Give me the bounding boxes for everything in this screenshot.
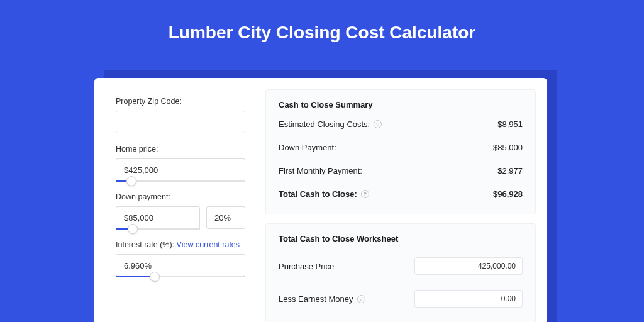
help-icon[interactable]: ?	[361, 190, 369, 198]
results-panel: Cash to Close Summary Estimated Closing …	[265, 89, 536, 322]
down-payment-slider[interactable]	[116, 206, 200, 229]
worksheet-row-label: Purchase Price	[279, 262, 334, 271]
worksheet-row: Total Mortgage Loan Amount	[279, 319, 523, 322]
interest-rate-label: Interest rate (%): View current rates	[116, 240, 245, 249]
summary-row: First Monthly Payment:$2,977	[279, 166, 523, 189]
worksheet-panel: Total Cash to Close Worksheet Purchase P…	[265, 223, 536, 322]
summary-row: Total Cash to Close:?$96,928	[279, 189, 523, 213]
summary-row-value: $2,977	[497, 166, 523, 175]
down-payment-label: Down payment:	[116, 192, 245, 201]
summary-row-label: Estimated Closing Costs:	[279, 119, 370, 129]
worksheet-row: Less Earnest Money?	[279, 286, 523, 319]
home-price-field: Home price:	[116, 145, 245, 181]
home-price-slider[interactable]	[116, 158, 245, 181]
home-price-label: Home price:	[116, 145, 245, 153]
summary-row-label: Down Payment:	[279, 143, 336, 152]
slider-thumb[interactable]	[128, 224, 138, 234]
interest-rate-slider[interactable]	[116, 254, 245, 277]
summary-row: Estimated Closing Costs:?$8,951	[279, 119, 523, 143]
zip-input[interactable]	[116, 111, 245, 133]
interest-rate-field: Interest rate (%): View current rates	[116, 240, 245, 277]
interest-rate-label-text: Interest rate (%):	[116, 240, 177, 249]
summary-row-value: $85,000	[493, 143, 523, 152]
help-icon[interactable]: ?	[374, 120, 382, 128]
summary-row: Down Payment:$85,000	[279, 143, 523, 166]
help-icon[interactable]: ?	[357, 295, 365, 303]
summary-row-label: First Monthly Payment:	[279, 166, 362, 175]
worksheet-row-input[interactable]	[414, 257, 523, 275]
zip-label: Property Zip Code:	[116, 97, 245, 106]
zip-field: Property Zip Code:	[116, 97, 245, 133]
worksheet-row: Purchase Price	[279, 253, 523, 286]
summary-row-value: $96,928	[493, 189, 523, 199]
cash-to-close-summary-panel: Cash to Close Summary Estimated Closing …	[265, 89, 536, 214]
slider-progress	[116, 276, 155, 277]
worksheet-row-label: Less Earnest Money	[279, 294, 353, 304]
summary-row-value: $8,951	[497, 119, 523, 129]
view-current-rates-link[interactable]: View current rates	[177, 240, 240, 249]
slider-thumb[interactable]	[150, 272, 160, 282]
slider-thumb[interactable]	[126, 176, 136, 186]
down-payment-percent-input[interactable]	[206, 206, 245, 229]
interest-rate-input[interactable]	[116, 254, 245, 277]
inputs-panel: Property Zip Code: Home price: Down paym…	[106, 89, 252, 322]
summary-title: Cash to Close Summary	[279, 100, 523, 109]
page-title: Lumber City Closing Cost Calculator	[0, 0, 644, 62]
down-payment-field: Down payment:	[116, 192, 245, 229]
worksheet-row-input[interactable]	[414, 290, 523, 308]
summary-row-label: Total Cash to Close:	[279, 189, 357, 199]
worksheet-title: Total Cash to Close Worksheet	[279, 234, 523, 243]
calculator-card: Property Zip Code: Home price: Down paym…	[94, 78, 547, 322]
